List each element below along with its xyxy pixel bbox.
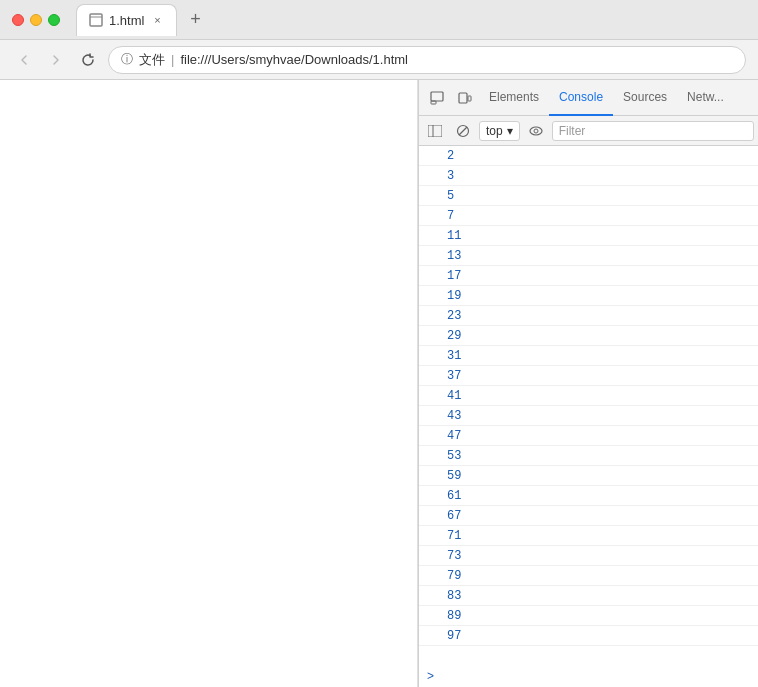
console-row: 7 [419,206,758,226]
address-url: file:///Users/smyhvae/Downloads/1.html [180,52,408,67]
console-value: 2 [447,149,454,163]
context-selector[interactable]: top ▾ [479,121,520,141]
tab-network[interactable]: Netw... [677,80,734,116]
device-toolbar-button[interactable] [451,84,479,112]
console-value: 67 [447,509,461,523]
console-value: 37 [447,369,461,383]
svg-point-10 [530,127,542,135]
console-value: 5 [447,189,454,203]
console-row: 73 [419,546,758,566]
svg-rect-5 [468,96,471,101]
console-value: 43 [447,409,461,423]
prompt-arrow-icon: > [427,669,434,683]
console-row: 19 [419,286,758,306]
console-row: 23 [419,306,758,326]
console-value: 31 [447,349,461,363]
eye-icon[interactable] [524,119,548,143]
console-row: 43 [419,406,758,426]
console-value: 97 [447,629,461,643]
address-bar: ⓘ 文件 | file:///Users/smyhvae/Downloads/1… [0,40,758,80]
svg-rect-3 [431,101,436,104]
tab-sources[interactable]: Sources [613,80,677,116]
console-value: 79 [447,569,461,583]
page-area [0,80,418,687]
svg-rect-4 [459,93,467,103]
console-value: 19 [447,289,461,303]
address-input[interactable]: ⓘ 文件 | file:///Users/smyhvae/Downloads/1… [108,46,746,74]
console-row: 29 [419,326,758,346]
filter-input[interactable]: Filter [552,121,754,141]
console-value: 17 [447,269,461,283]
console-value: 47 [447,429,461,443]
tab-area: 1.html × + [76,4,746,36]
back-button [12,48,36,72]
chevron-down-icon: ▾ [507,124,513,138]
console-row: 71 [419,526,758,546]
clear-console-button[interactable] [451,119,475,143]
console-row: 11 [419,226,758,246]
console-value: 53 [447,449,461,463]
browser-tab[interactable]: 1.html × [76,4,177,36]
console-row: 17 [419,266,758,286]
console-row: 31 [419,346,758,366]
console-row: 13 [419,246,758,266]
console-value: 11 [447,229,461,243]
console-row: 2 [419,146,758,166]
console-row: 83 [419,586,758,606]
console-row: 37 [419,366,758,386]
reload-button[interactable] [76,48,100,72]
console-toolbar: top ▾ Filter [419,116,758,146]
maximize-traffic-light[interactable] [48,14,60,26]
svg-rect-2 [431,92,443,101]
devtools-panel: Elements Console Sources Netw... [418,80,758,687]
inspect-element-button[interactable] [423,84,451,112]
devtools-tabbar: Elements Console Sources Netw... [419,80,758,116]
svg-rect-0 [90,14,102,26]
console-value: 73 [447,549,461,563]
svg-rect-6 [428,125,442,137]
console-value: 59 [447,469,461,483]
console-value: 29 [447,329,461,343]
console-output: 2357111317192329313741434753596167717379… [419,146,758,665]
console-row: 67 [419,506,758,526]
console-row: 89 [419,606,758,626]
traffic-lights [12,14,60,26]
tab-close-button[interactable]: × [150,13,164,27]
console-value: 23 [447,309,461,323]
console-value: 41 [447,389,461,403]
tab-favicon [89,13,103,27]
address-separator: | [171,52,174,67]
forward-button [44,48,68,72]
tab-console[interactable]: Console [549,80,613,116]
console-value: 89 [447,609,461,623]
console-value: 71 [447,529,461,543]
console-row: 5 [419,186,758,206]
console-row: 53 [419,446,758,466]
minimize-traffic-light[interactable] [30,14,42,26]
sidebar-toggle-button[interactable] [423,119,447,143]
console-row: 97 [419,626,758,646]
console-row: 61 [419,486,758,506]
tab-title: 1.html [109,13,144,28]
address-prefix: 文件 [139,51,165,69]
close-traffic-light[interactable] [12,14,24,26]
tab-elements[interactable]: Elements [479,80,549,116]
console-row: 79 [419,566,758,586]
info-icon: ⓘ [121,51,133,68]
console-value: 61 [447,489,461,503]
console-value: 7 [447,209,454,223]
console-row: 47 [419,426,758,446]
console-row: 41 [419,386,758,406]
svg-point-11 [534,129,538,133]
console-row: 59 [419,466,758,486]
svg-line-9 [459,127,467,135]
console-value: 83 [447,589,461,603]
console-row: 3 [419,166,758,186]
new-tab-button[interactable]: + [181,6,209,34]
title-bar: 1.html × + [0,0,758,40]
console-value: 3 [447,169,454,183]
browser-content: Elements Console Sources Netw... [0,80,758,687]
console-prompt-row: > [419,665,758,687]
console-value: 13 [447,249,461,263]
